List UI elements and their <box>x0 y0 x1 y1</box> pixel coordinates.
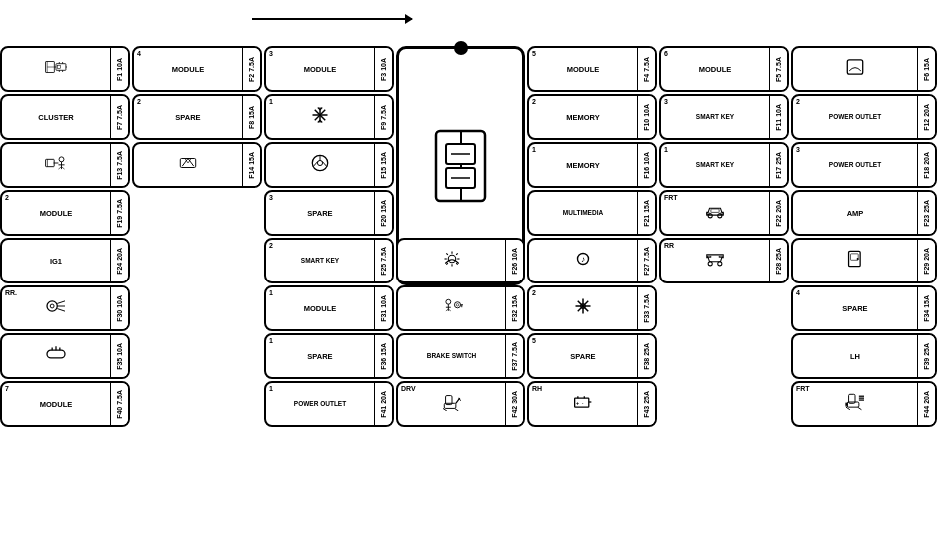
svg-line-43 <box>322 161 327 166</box>
fuse-sup-c8: 2 <box>137 98 141 105</box>
fuse-right-c35: F35 10A <box>110 335 128 377</box>
svg-rect-62 <box>707 256 710 257</box>
fuse-label-c12: POWER OUTLET <box>829 113 881 121</box>
fuse-main-c44: FRT <box>793 383 917 425</box>
fuse-right-c11: F11 10A <box>769 96 787 138</box>
svg-line-54 <box>446 253 448 255</box>
fuse-cell-c43: RH + - F43 25A <box>527 381 657 427</box>
fuse-amp-c7: F7 7.5A <box>116 105 123 130</box>
fuse-icon-c13 <box>45 154 67 176</box>
fuse-right-c30: F30 10A <box>110 287 128 329</box>
fuse-amp-c10: F10 10A <box>643 104 650 131</box>
fuse-amp-c20: F20 15A <box>380 200 387 227</box>
fuse-right-c7: F7 7.5A <box>110 96 128 138</box>
fuse-cell-c10: 2MEMORYF10 10A <box>527 94 657 140</box>
fuse-main-c35 <box>2 335 110 377</box>
fuse-cell-c22: FRT F22 20A <box>659 190 789 236</box>
fuse-main-c8: 2SPARE <box>134 96 242 138</box>
fuse-cell-c23: AMPF23 25A <box>791 190 937 236</box>
fuse-label-c23: AMP <box>847 209 864 218</box>
fuse-sup-c42: DRV <box>401 385 416 392</box>
fuse-cell-c8: 2SPAREF8 15A <box>132 94 262 140</box>
svg-rect-46 <box>711 209 719 212</box>
fuse-main-c40: 7MODULE <box>2 383 110 425</box>
fuse-right-c39: F39 25A <box>917 335 935 377</box>
fuse-right-c37: F37 7.5A <box>505 335 523 377</box>
fuse-amp-c44: F44 20A <box>923 391 930 418</box>
svg-text:♪: ♪ <box>581 255 585 264</box>
fuse-amp-c41: F41 20A <box>380 391 387 418</box>
fuse-right-c8: F8 15A <box>242 96 260 138</box>
fuse-right-c14: F14 15A <box>242 144 260 186</box>
fuse-cell-c25: 2SMART KEYF25 7.5A <box>264 238 394 283</box>
svg-point-49 <box>448 255 456 263</box>
fuse-right-c34: F34 15A <box>917 287 935 329</box>
arrow-line <box>252 18 412 20</box>
fuse-icon-c30 <box>45 297 67 319</box>
svg-point-66 <box>857 258 859 260</box>
fuse-main-c42: DRV <box>398 383 505 425</box>
fuse-label-c10: MEMORY <box>566 113 599 122</box>
fuse-right-c15: F15 15A <box>374 144 392 186</box>
fuse-sup-c28: RR <box>664 242 674 249</box>
svg-point-72 <box>446 299 451 304</box>
fuse-sup-c16: 1 <box>532 146 536 153</box>
svg-point-61 <box>718 262 722 266</box>
fuse-amp-c17: F17 25A <box>775 152 782 179</box>
fuse-label-c21: MULTIMEDIA <box>563 209 603 217</box>
fuse-main-c33: 2 <box>529 287 637 329</box>
fuse-sup-c20: 3 <box>269 194 273 201</box>
fuse-amp-c2: F2 7.5A <box>248 57 255 82</box>
fuse-sup-c31: 1 <box>269 289 273 296</box>
fuse-main-c31: 1MODULE <box>266 287 374 329</box>
fuse-right-c1: F1 10A <box>110 48 128 90</box>
fuse-right-c32: F32 15A <box>505 287 523 329</box>
fuse-amp-c12: F12 20A <box>923 104 930 131</box>
fuse-amp-c11: F11 10A <box>775 104 782 131</box>
svg-line-93 <box>455 408 459 411</box>
fuse-label-c25: SMART KEY <box>301 257 339 265</box>
fuse-main-c10: 2MEMORY <box>529 96 637 138</box>
svg-point-78 <box>456 304 458 306</box>
fuse-icon-c26 <box>441 250 463 272</box>
fuse-right-c13: F13 7.5A <box>110 144 128 186</box>
fuse-cell-c28: RR F28 25A <box>659 238 789 283</box>
fuse-sup-c5: 6 <box>664 50 668 57</box>
svg-rect-19 <box>847 60 862 74</box>
fuse-right-c16: F16 10A <box>637 144 655 186</box>
fuse-main-c12: 2POWER OUTLET <box>793 96 917 138</box>
svg-line-57 <box>446 263 448 265</box>
fuse-right-c2: F2 7.5A <box>242 48 260 90</box>
fuse-cell-c39: LHF39 25A <box>791 333 937 379</box>
fuse-cell-c14: F14 15A <box>132 142 262 188</box>
fuse-cell-c17: 1SMART KEYF17 25A <box>659 142 789 188</box>
fuse-amp-c40: F40 7.5A <box>116 390 123 419</box>
svg-point-30 <box>59 157 64 162</box>
fuse-cell-c5: 6MODULEF5 7.5A <box>659 46 789 92</box>
fuse-cell-c24: IG1F24 20A <box>0 238 130 283</box>
svg-text:+: + <box>576 400 579 406</box>
fuse-cell-c30: RR. F30 10A <box>0 285 130 331</box>
fuse-diagram: F1 10A4MODULEF2 7.5A3MODULEF3 10A5MODULE… <box>0 0 937 560</box>
fuse-right-c40: F40 7.5A <box>110 383 128 425</box>
fuse-main-c34: 4SPARE <box>793 287 917 329</box>
fuse-label-c34: SPARE <box>842 304 867 313</box>
fuse-amp-c31: F31 10A <box>380 295 387 322</box>
fuse-cell-c12: 2POWER OUTLETF12 20A <box>791 94 937 140</box>
fuse-cell-c13: F13 7.5A <box>0 142 130 188</box>
fuse-cell-c37: BRAKE SWITCHF37 7.5A <box>396 333 525 379</box>
fuse-main-c18: 3POWER OUTLET <box>793 144 917 186</box>
fuse-label-c37: BRAKE SWITCH <box>427 352 477 360</box>
fuse-label-c38: SPARE <box>570 352 595 361</box>
fuse-amp-c18: F18 20A <box>923 152 930 179</box>
fuse-sup-c11: 3 <box>664 98 668 105</box>
fuse-cell-c29: F29 20A <box>791 238 937 283</box>
fuse-cell-c33: 2 F33 7.5A <box>527 285 657 331</box>
fuse-cell-c27: ♪ F27 7.5A <box>527 238 657 283</box>
fuse-icon-c14 <box>177 154 199 176</box>
fuse-main-c5: 6MODULE <box>661 48 769 90</box>
fuse-cell-c1: F1 10A <box>0 46 130 92</box>
fuse-amp-c32: F32 15A <box>511 295 518 322</box>
fuse-amp-c14: F14 15A <box>248 152 255 179</box>
fuse-right-c4: F4 7.5A <box>637 48 655 90</box>
